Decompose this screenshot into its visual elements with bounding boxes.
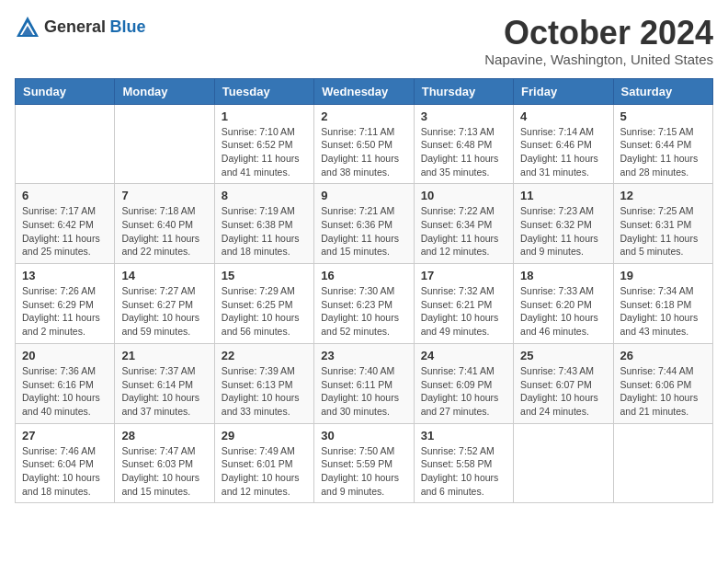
day-info: Sunrise: 7:47 AMSunset: 6:03 PMDaylight:…: [121, 444, 207, 499]
calendar-cell: 24Sunrise: 7:41 AMSunset: 6:09 PMDayligh…: [414, 343, 513, 423]
calendar-cell: 26Sunrise: 7:44 AMSunset: 6:06 PMDayligh…: [613, 343, 712, 423]
day-number: 12: [620, 189, 706, 202]
week-row-3: 13Sunrise: 7:26 AMSunset: 6:29 PMDayligh…: [16, 264, 713, 344]
day-info: Sunrise: 7:26 AMSunset: 6:29 PMDaylight:…: [22, 284, 108, 339]
calendar-cell: [115, 104, 214, 184]
calendar-cell: 13Sunrise: 7:26 AMSunset: 6:29 PMDayligh…: [16, 264, 115, 344]
day-number: 24: [421, 349, 506, 362]
day-number: 31: [421, 429, 506, 442]
week-row-4: 20Sunrise: 7:36 AMSunset: 6:16 PMDayligh…: [16, 343, 713, 423]
page-header: General Blue October 2024 Napavine, Wash…: [15, 15, 713, 67]
day-info: Sunrise: 7:49 AMSunset: 6:01 PMDaylight:…: [222, 444, 307, 499]
day-info: Sunrise: 7:39 AMSunset: 6:13 PMDaylight:…: [222, 364, 307, 419]
day-number: 13: [22, 269, 108, 282]
calendar-cell: [16, 104, 115, 184]
day-number: 20: [22, 349, 108, 362]
day-number: 2: [321, 109, 406, 123]
week-row-5: 27Sunrise: 7:46 AMSunset: 6:04 PMDayligh…: [16, 423, 713, 503]
col-tuesday: Tuesday: [214, 78, 313, 104]
calendar-cell: 5Sunrise: 7:15 AMSunset: 6:44 PMDaylight…: [613, 104, 712, 184]
day-info: Sunrise: 7:17 AMSunset: 6:42 PMDaylight:…: [22, 204, 108, 259]
day-number: 23: [321, 349, 406, 362]
day-info: Sunrise: 7:25 AMSunset: 6:31 PMDaylight:…: [620, 204, 706, 259]
col-saturday: Saturday: [613, 78, 712, 104]
day-number: 11: [520, 189, 606, 202]
calendar-cell: [514, 423, 613, 503]
day-info: Sunrise: 7:29 AMSunset: 6:25 PMDaylight:…: [222, 284, 307, 339]
calendar-cell: 20Sunrise: 7:36 AMSunset: 6:16 PMDayligh…: [16, 343, 115, 423]
day-info: Sunrise: 7:22 AMSunset: 6:34 PMDaylight:…: [421, 204, 506, 259]
day-info: Sunrise: 7:34 AMSunset: 6:18 PMDaylight:…: [620, 284, 706, 339]
day-number: 18: [520, 269, 606, 282]
calendar-cell: 3Sunrise: 7:13 AMSunset: 6:48 PMDaylight…: [414, 104, 513, 184]
logo: General Blue: [15, 15, 146, 40]
col-thursday: Thursday: [414, 78, 513, 104]
calendar-cell: 21Sunrise: 7:37 AMSunset: 6:14 PMDayligh…: [115, 343, 214, 423]
calendar-cell: 8Sunrise: 7:19 AMSunset: 6:38 PMDaylight…: [214, 184, 313, 264]
day-info: Sunrise: 7:10 AMSunset: 6:52 PMDaylight:…: [222, 125, 307, 179]
col-friday: Friday: [514, 78, 613, 104]
calendar-cell: 2Sunrise: 7:11 AMSunset: 6:50 PMDaylight…: [314, 104, 414, 184]
day-info: Sunrise: 7:14 AMSunset: 6:46 PMDaylight:…: [520, 125, 606, 179]
calendar-cell: 6Sunrise: 7:17 AMSunset: 6:42 PMDaylight…: [16, 184, 115, 264]
day-info: Sunrise: 7:19 AMSunset: 6:38 PMDaylight:…: [222, 204, 307, 259]
col-monday: Monday: [115, 78, 214, 104]
calendar-cell: 10Sunrise: 7:22 AMSunset: 6:34 PMDayligh…: [414, 184, 513, 264]
calendar-cell: 4Sunrise: 7:14 AMSunset: 6:46 PMDaylight…: [514, 104, 613, 184]
day-info: Sunrise: 7:21 AMSunset: 6:36 PMDaylight:…: [321, 204, 406, 259]
day-number: 29: [222, 429, 307, 442]
day-number: 17: [421, 269, 506, 282]
calendar-cell: 22Sunrise: 7:39 AMSunset: 6:13 PMDayligh…: [214, 343, 313, 423]
week-row-2: 6Sunrise: 7:17 AMSunset: 6:42 PMDaylight…: [16, 184, 713, 264]
calendar-cell: 7Sunrise: 7:18 AMSunset: 6:40 PMDaylight…: [115, 184, 214, 264]
calendar-cell: 27Sunrise: 7:46 AMSunset: 6:04 PMDayligh…: [16, 423, 115, 503]
day-info: Sunrise: 7:33 AMSunset: 6:20 PMDaylight:…: [520, 284, 606, 339]
calendar-header-row: Sunday Monday Tuesday Wednesday Thursday…: [16, 78, 713, 104]
calendar-cell: 19Sunrise: 7:34 AMSunset: 6:18 PMDayligh…: [613, 264, 712, 344]
day-info: Sunrise: 7:32 AMSunset: 6:21 PMDaylight:…: [421, 284, 506, 339]
calendar-cell: 12Sunrise: 7:25 AMSunset: 6:31 PMDayligh…: [613, 184, 712, 264]
calendar-cell: 25Sunrise: 7:43 AMSunset: 6:07 PMDayligh…: [514, 343, 613, 423]
calendar-cell: [613, 423, 712, 503]
calendar-cell: 29Sunrise: 7:49 AMSunset: 6:01 PMDayligh…: [214, 423, 313, 503]
calendar-cell: 18Sunrise: 7:33 AMSunset: 6:20 PMDayligh…: [514, 264, 613, 344]
day-info: Sunrise: 7:43 AMSunset: 6:07 PMDaylight:…: [520, 364, 606, 419]
day-number: 3: [421, 109, 506, 123]
day-info: Sunrise: 7:46 AMSunset: 6:04 PMDaylight:…: [22, 444, 108, 499]
calendar-cell: 17Sunrise: 7:32 AMSunset: 6:21 PMDayligh…: [414, 264, 513, 344]
day-info: Sunrise: 7:52 AMSunset: 5:58 PMDaylight:…: [421, 444, 506, 499]
col-sunday: Sunday: [16, 78, 115, 104]
calendar-table: Sunday Monday Tuesday Wednesday Thursday…: [15, 78, 713, 504]
day-number: 22: [222, 349, 307, 362]
day-info: Sunrise: 7:18 AMSunset: 6:40 PMDaylight:…: [121, 204, 207, 259]
day-number: 5: [620, 109, 706, 123]
day-number: 1: [222, 109, 307, 123]
logo-text: General Blue: [44, 18, 146, 37]
location-subtitle: Napavine, Washington, United States: [484, 52, 713, 67]
day-info: Sunrise: 7:37 AMSunset: 6:14 PMDaylight:…: [121, 364, 207, 419]
calendar-cell: 28Sunrise: 7:47 AMSunset: 6:03 PMDayligh…: [115, 423, 214, 503]
title-block: October 2024 Napavine, Washington, Unite…: [484, 15, 713, 67]
calendar-cell: 15Sunrise: 7:29 AMSunset: 6:25 PMDayligh…: [214, 264, 313, 344]
day-info: Sunrise: 7:36 AMSunset: 6:16 PMDaylight:…: [22, 364, 108, 419]
month-title: October 2024: [484, 15, 713, 52]
day-number: 19: [620, 269, 706, 282]
calendar-cell: 14Sunrise: 7:27 AMSunset: 6:27 PMDayligh…: [115, 264, 214, 344]
calendar-cell: 1Sunrise: 7:10 AMSunset: 6:52 PMDaylight…: [214, 104, 313, 184]
day-number: 10: [421, 189, 506, 202]
calendar-cell: 23Sunrise: 7:40 AMSunset: 6:11 PMDayligh…: [314, 343, 414, 423]
day-info: Sunrise: 7:11 AMSunset: 6:50 PMDaylight:…: [321, 125, 406, 179]
day-info: Sunrise: 7:41 AMSunset: 6:09 PMDaylight:…: [421, 364, 506, 419]
day-number: 28: [121, 429, 207, 442]
logo-icon: [15, 15, 40, 40]
day-number: 6: [22, 189, 108, 202]
day-number: 14: [121, 269, 207, 282]
day-info: Sunrise: 7:13 AMSunset: 6:48 PMDaylight:…: [421, 125, 506, 179]
day-number: 26: [620, 349, 706, 362]
calendar-cell: 30Sunrise: 7:50 AMSunset: 5:59 PMDayligh…: [314, 423, 414, 503]
day-number: 8: [222, 189, 307, 202]
day-number: 4: [520, 109, 606, 123]
col-wednesday: Wednesday: [314, 78, 414, 104]
day-number: 27: [22, 429, 108, 442]
calendar-cell: 31Sunrise: 7:52 AMSunset: 5:58 PMDayligh…: [414, 423, 513, 503]
